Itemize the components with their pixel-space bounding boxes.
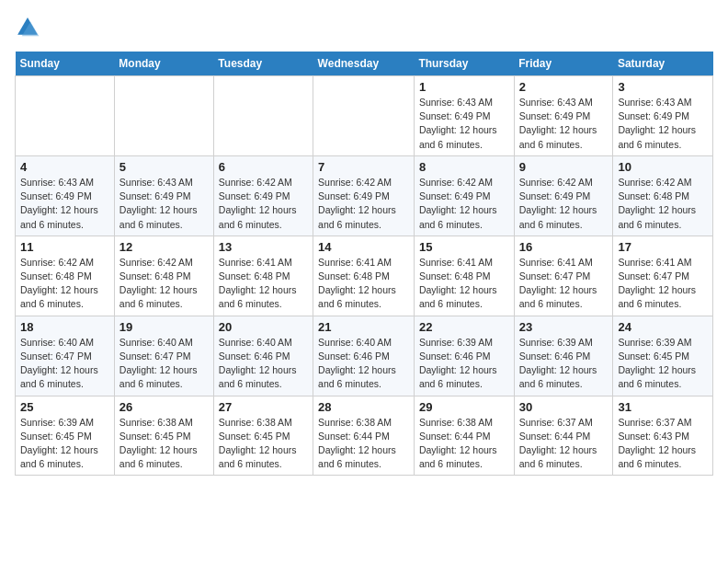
calendar-cell: 18Sunrise: 6:40 AM Sunset: 6:47 PM Dayli… [16,316,115,396]
day-info: Sunrise: 6:41 AM Sunset: 6:48 PM Dayligh… [318,256,409,312]
day-info: Sunrise: 6:42 AM Sunset: 6:49 PM Dayligh… [419,176,509,232]
calendar-cell: 14Sunrise: 6:41 AM Sunset: 6:48 PM Dayli… [313,236,415,316]
calendar-cell: 13Sunrise: 6:41 AM Sunset: 6:48 PM Dayli… [213,236,313,316]
day-info: Sunrise: 6:38 AM Sunset: 6:45 PM Dayligh… [119,416,209,472]
day-number: 28 [318,400,409,414]
calendar-cell: 29Sunrise: 6:38 AM Sunset: 6:44 PM Dayli… [414,396,514,476]
day-info: Sunrise: 6:42 AM Sunset: 6:48 PM Dayligh… [20,256,109,312]
day-number: 20 [219,320,308,334]
calendar-cell: 7Sunrise: 6:42 AM Sunset: 6:49 PM Daylig… [313,155,415,236]
day-number: 31 [618,400,708,414]
calendar-cell: 12Sunrise: 6:42 AM Sunset: 6:48 PM Dayli… [114,236,213,316]
day-info: Sunrise: 6:42 AM Sunset: 6:49 PM Dayligh… [519,176,609,232]
day-number: 15 [419,240,509,254]
day-number: 8 [419,160,509,174]
col-header-saturday: Saturday [613,52,713,76]
calendar-cell: 15Sunrise: 6:41 AM Sunset: 6:48 PM Dayli… [414,236,514,316]
day-info: Sunrise: 6:42 AM Sunset: 6:49 PM Dayligh… [219,176,308,232]
calendar-cell: 31Sunrise: 6:37 AM Sunset: 6:43 PM Dayli… [613,396,713,476]
day-number: 9 [519,160,609,174]
day-info: Sunrise: 6:43 AM Sunset: 6:49 PM Dayligh… [618,96,708,152]
calendar-cell: 11Sunrise: 6:42 AM Sunset: 6:48 PM Dayli… [16,236,115,316]
day-info: Sunrise: 6:39 AM Sunset: 6:45 PM Dayligh… [20,416,109,472]
calendar-cell: 28Sunrise: 6:38 AM Sunset: 6:44 PM Dayli… [313,396,415,476]
day-number: 11 [20,240,109,254]
day-number: 27 [219,400,308,414]
col-header-sunday: Sunday [16,52,115,76]
day-info: Sunrise: 6:37 AM Sunset: 6:44 PM Dayligh… [519,416,609,472]
day-info: Sunrise: 6:41 AM Sunset: 6:47 PM Dayligh… [519,256,609,312]
calendar-cell: 6Sunrise: 6:42 AM Sunset: 6:49 PM Daylig… [213,155,313,236]
day-number: 13 [219,240,308,254]
calendar-table: SundayMondayTuesdayWednesdayThursdayFrid… [15,52,713,476]
calendar-cell: 9Sunrise: 6:42 AM Sunset: 6:49 PM Daylig… [514,155,613,236]
day-info: Sunrise: 6:40 AM Sunset: 6:46 PM Dayligh… [219,336,308,392]
calendar-cell: 5Sunrise: 6:43 AM Sunset: 6:49 PM Daylig… [114,155,213,236]
col-header-thursday: Thursday [414,52,514,76]
day-number: 3 [618,80,708,94]
day-number: 19 [119,320,209,334]
calendar-cell: 23Sunrise: 6:39 AM Sunset: 6:46 PM Dayli… [514,316,613,396]
calendar-cell: 16Sunrise: 6:41 AM Sunset: 6:47 PM Dayli… [514,236,613,316]
calendar-cell: 27Sunrise: 6:38 AM Sunset: 6:45 PM Dayli… [213,396,313,476]
day-info: Sunrise: 6:43 AM Sunset: 6:49 PM Dayligh… [419,96,509,152]
day-number: 22 [419,320,509,334]
week-row-3: 11Sunrise: 6:42 AM Sunset: 6:48 PM Dayli… [16,236,713,316]
day-info: Sunrise: 6:40 AM Sunset: 6:47 PM Dayligh… [20,336,109,392]
col-header-friday: Friday [514,52,613,76]
week-row-2: 4Sunrise: 6:43 AM Sunset: 6:49 PM Daylig… [16,155,713,236]
calendar-cell: 4Sunrise: 6:43 AM Sunset: 6:49 PM Daylig… [16,155,115,236]
day-number: 4 [20,160,109,174]
day-info: Sunrise: 6:43 AM Sunset: 6:49 PM Dayligh… [519,96,609,152]
day-info: Sunrise: 6:43 AM Sunset: 6:49 PM Dayligh… [20,176,109,232]
week-row-5: 25Sunrise: 6:39 AM Sunset: 6:45 PM Dayli… [16,396,713,476]
calendar-cell [213,76,313,156]
calendar-cell [114,76,213,156]
day-number: 29 [419,400,509,414]
day-info: Sunrise: 6:39 AM Sunset: 6:45 PM Dayligh… [618,336,708,392]
day-number: 17 [618,240,708,254]
day-info: Sunrise: 6:41 AM Sunset: 6:47 PM Dayligh… [618,256,708,312]
calendar-cell: 22Sunrise: 6:39 AM Sunset: 6:46 PM Dayli… [414,316,514,396]
day-info: Sunrise: 6:42 AM Sunset: 6:48 PM Dayligh… [618,176,708,232]
day-info: Sunrise: 6:42 AM Sunset: 6:48 PM Dayligh… [119,256,209,312]
calendar-cell: 21Sunrise: 6:40 AM Sunset: 6:46 PM Dayli… [313,316,415,396]
col-header-tuesday: Tuesday [213,52,313,76]
day-number: 1 [419,80,509,94]
calendar-cell: 2Sunrise: 6:43 AM Sunset: 6:49 PM Daylig… [514,76,613,156]
calendar-cell: 30Sunrise: 6:37 AM Sunset: 6:44 PM Dayli… [514,396,613,476]
day-number: 30 [519,400,609,414]
page-header [15,15,713,40]
day-info: Sunrise: 6:40 AM Sunset: 6:47 PM Dayligh… [119,336,209,392]
day-number: 7 [318,160,409,174]
day-number: 16 [519,240,609,254]
day-number: 6 [219,160,308,174]
day-info: Sunrise: 6:39 AM Sunset: 6:46 PM Dayligh… [419,336,509,392]
logo-icon [15,15,40,40]
col-header-wednesday: Wednesday [313,52,415,76]
day-info: Sunrise: 6:38 AM Sunset: 6:44 PM Dayligh… [419,416,509,472]
logo [15,15,44,40]
calendar-cell: 24Sunrise: 6:39 AM Sunset: 6:45 PM Dayli… [613,316,713,396]
col-header-monday: Monday [114,52,213,76]
day-info: Sunrise: 6:39 AM Sunset: 6:46 PM Dayligh… [519,336,609,392]
day-info: Sunrise: 6:37 AM Sunset: 6:43 PM Dayligh… [618,416,708,472]
day-number: 18 [20,320,109,334]
calendar-cell: 10Sunrise: 6:42 AM Sunset: 6:48 PM Dayli… [613,155,713,236]
calendar-cell: 26Sunrise: 6:38 AM Sunset: 6:45 PM Dayli… [114,396,213,476]
day-info: Sunrise: 6:38 AM Sunset: 6:45 PM Dayligh… [219,416,308,472]
day-number: 5 [119,160,209,174]
day-number: 24 [618,320,708,334]
day-number: 21 [318,320,409,334]
day-number: 10 [618,160,708,174]
day-number: 26 [119,400,209,414]
day-info: Sunrise: 6:41 AM Sunset: 6:48 PM Dayligh… [219,256,308,312]
calendar-cell [313,76,415,156]
calendar-cell: 1Sunrise: 6:43 AM Sunset: 6:49 PM Daylig… [414,76,514,156]
week-row-1: 1Sunrise: 6:43 AM Sunset: 6:49 PM Daylig… [16,76,713,156]
day-info: Sunrise: 6:40 AM Sunset: 6:46 PM Dayligh… [318,336,409,392]
day-number: 25 [20,400,109,414]
calendar-cell [16,76,115,156]
calendar-cell: 25Sunrise: 6:39 AM Sunset: 6:45 PM Dayli… [16,396,115,476]
day-info: Sunrise: 6:38 AM Sunset: 6:44 PM Dayligh… [318,416,409,472]
